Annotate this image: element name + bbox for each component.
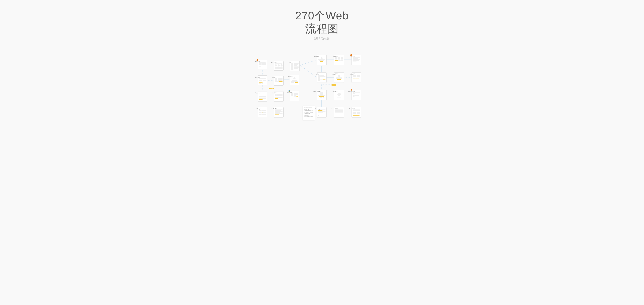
subtitle: 在最有用的类别: [295, 37, 349, 40]
label-tag-right: Label: [332, 84, 336, 86]
main-title: 270个Web 流程图: [295, 9, 349, 35]
svg-line-7: [300, 60, 317, 65]
header-section: 270个Web 流程图 在最有用的类别: [295, 0, 349, 45]
svg-line-8: [300, 65, 317, 77]
comment-box: A common dream form of two comments beca…: [303, 106, 315, 120]
label-tag-left: Label: [269, 88, 274, 89]
page-wrapper: 270个Web 流程图 在最有用的类别: [0, 0, 644, 305]
diagram-area: ⌂ Catalog Features: [254, 48, 390, 142]
